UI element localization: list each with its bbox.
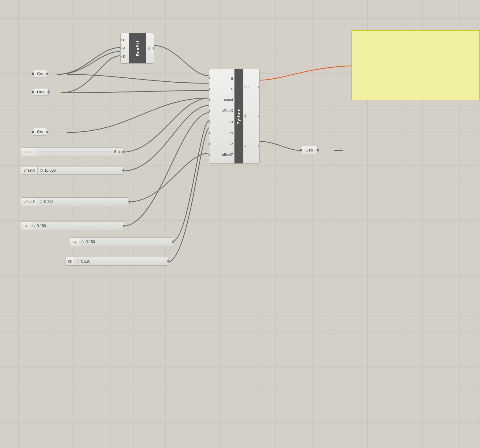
sz-slider-label: sz: [66, 259, 74, 263]
sx-slider-output: [123, 225, 125, 227]
python-input-sy: sy: [209, 129, 234, 136]
python-g-dot: [209, 77, 210, 79]
python-a-label: a: [244, 144, 246, 148]
python-out-dot: [258, 86, 260, 88]
python-b-label: b: [244, 114, 246, 118]
python-offsetX-label: offsetX: [222, 109, 233, 113]
revsrf-input-p: P: [123, 38, 125, 42]
geo-output-port: [317, 149, 319, 151]
sz-slider-track[interactable]: 0.220: [74, 257, 168, 265]
python-a-dot: [258, 145, 260, 147]
count-slider-output: [122, 151, 125, 153]
python-count-dot: [209, 99, 210, 101]
offsetX-slider-output: [122, 169, 125, 172]
revsrf-output-s: S: [146, 33, 154, 63]
crv2-input-port: [32, 131, 34, 133]
crv1-input-port: [32, 73, 34, 75]
line-node[interactable]: Line: [33, 88, 49, 96]
sz-slider-output: [167, 260, 170, 263]
offsetX-slider-value: 10.000: [43, 168, 57, 173]
crv2-node[interactable]: Crv: [33, 128, 47, 136]
geo-input-port: [300, 149, 302, 151]
revsrf-inputs: P A D: [121, 33, 129, 63]
offsetZ-slider-output: [128, 200, 131, 203]
python-output-out: out: [243, 83, 259, 91]
sy-circle-indicator: [81, 241, 84, 243]
crv2-label: Crv: [37, 129, 43, 134]
python-input-offsetZ: offsetZ: [209, 151, 234, 159]
revsrf-output-label: S: [148, 47, 150, 50]
python-sz-dot: [209, 143, 210, 145]
python-input-sz: sz: [209, 140, 234, 147]
revsrf-input-d: D: [123, 55, 126, 58]
count-slider-value: 5: [113, 150, 118, 154]
python-input-g: g: [209, 74, 234, 81]
python-sx-label: sx: [230, 120, 233, 124]
crv2-output-port: [46, 131, 48, 133]
sy-slider-label: sy: [70, 240, 79, 244]
line-output-port: [47, 91, 50, 93]
python-offsetZ-label: offsetZ: [222, 153, 233, 157]
python-c-dot: [209, 88, 210, 90]
offsetZ-slider[interactable]: offsetZ 0.752: [21, 197, 129, 206]
geo-label: Geo: [306, 148, 313, 152]
offsetX-circle-indicator: [40, 169, 43, 172]
geo-node[interactable]: Geo: [301, 146, 318, 154]
python-input-count: count: [209, 96, 234, 103]
sx-circle-indicator: [32, 225, 35, 227]
line-input-port: [32, 91, 34, 93]
python-output-a: a: [243, 142, 259, 149]
sz-circle-indicator: [77, 260, 79, 263]
sx-slider[interactable]: sx 0.180: [21, 222, 124, 230]
count-diamond-indicator: ◆: [118, 150, 121, 154]
python-input-offsetX: offsetX: [209, 107, 234, 114]
revsrf-title: RevSrf: [129, 33, 146, 63]
python-out-label: out: [244, 85, 249, 89]
python-sy-dot: [209, 132, 210, 134]
python-b-dot: [258, 115, 260, 118]
sx-slider-track[interactable]: 0.180: [30, 222, 124, 230]
sx-slider-label: sx: [21, 224, 30, 228]
crv1-label: Crv: [37, 71, 43, 76]
python-title: Python: [234, 69, 243, 163]
offsetX-slider[interactable]: offsetX 10.000: [21, 166, 123, 175]
python-node[interactable]: g c count offsetX sx sy sz offsetZ: [209, 69, 260, 164]
offsetX-slider-track[interactable]: 10.000: [37, 166, 123, 174]
python-count-label: count: [224, 98, 233, 102]
sy-slider[interactable]: sy 0.180: [70, 237, 173, 246]
offsetZ-slider-label: offsetZ: [21, 200, 37, 204]
python-sx-dot: [209, 121, 210, 123]
sx-slider-value: 0.180: [36, 224, 47, 228]
offsetZ-slider-value: 0.752: [43, 200, 54, 204]
revsrf-node[interactable]: P A D RevSrf S: [120, 33, 154, 64]
python-sz-label: sz: [230, 142, 233, 146]
python-g-label: g: [231, 76, 233, 80]
sz-slider[interactable]: sz 0.220: [65, 257, 168, 266]
crv1-node[interactable]: Crv: [33, 70, 47, 77]
count-track-bar: [38, 151, 113, 152]
python-inputs: g c count offsetX sx sy sz offsetZ: [209, 69, 234, 163]
offsetX-slider-label: offsetX: [21, 168, 37, 173]
yellow-panel: [351, 30, 480, 100]
python-outputs: out b a: [243, 69, 259, 163]
offsetZ-slider-track[interactable]: 0.752: [37, 198, 129, 206]
python-input-sx: sx: [209, 118, 234, 125]
count-slider-track[interactable]: 5 ◆: [35, 148, 123, 156]
revsrf-input-a: A: [123, 47, 125, 50]
python-offsetZ-dot: [209, 154, 210, 156]
line-label: Line: [37, 90, 45, 94]
offsetZ-circle-indicator: [40, 200, 42, 203]
python-sy-label: sy: [230, 131, 233, 135]
crv1-output-port: [46, 73, 48, 75]
python-input-c: c: [209, 85, 234, 92]
python-offsetX-dot: [209, 110, 210, 112]
sy-slider-value: 0.180: [84, 240, 96, 244]
sy-slider-track[interactable]: 0.180: [79, 238, 173, 246]
python-c-label: c: [231, 87, 233, 91]
sy-slider-output: [172, 241, 174, 243]
count-slider[interactable]: count 5 ◆: [21, 147, 123, 156]
count-slider-label: count: [21, 150, 35, 154]
python-output-b: b: [243, 113, 259, 120]
sz-slider-value: 0.220: [80, 259, 92, 263]
